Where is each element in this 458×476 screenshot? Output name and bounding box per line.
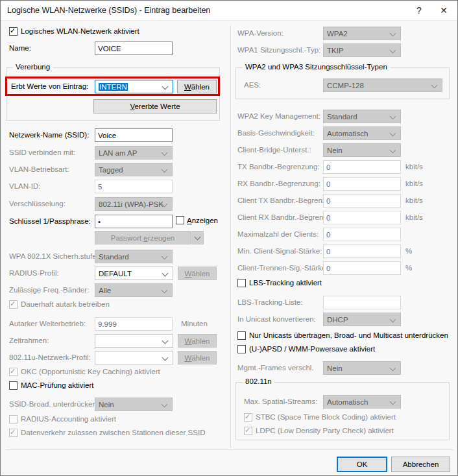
chevron-down-icon [195, 233, 201, 240]
generate-password-button: Passwort erzeugen [95, 231, 191, 244]
chevron-down-icon [162, 401, 168, 408]
ssid-broadcast-label: SSID-Broad. unterdrücken: [9, 400, 99, 408]
chevron-down-icon [390, 316, 396, 323]
lbs-tracking-checkbox[interactable] [237, 279, 246, 287]
chevron-down-icon [162, 355, 169, 361]
chevron-down-icon [431, 82, 438, 89]
chevron-down-icon [390, 399, 396, 405]
client-bridge-label: Client-Bridge-Unterst.: [237, 146, 311, 154]
client-tx-limit-label: Client TX Bandbr.-Begrenz. [237, 196, 328, 204]
chevron-down-icon [390, 47, 396, 54]
tx-limit-unit: kbit/s [405, 163, 423, 171]
min-signal-unit: % [405, 247, 412, 255]
lbs-list-input [323, 296, 401, 309]
stbc-label: STBC (Space Time Block Coding) aktiviert [256, 413, 396, 421]
inherit-from-combobox[interactable]: INTERN [95, 80, 173, 93]
chevron-down-icon [390, 130, 396, 137]
ldpc-label: LDPC (Low Density Party Check) aktiviert [256, 427, 394, 434]
stbc-checkbox [244, 413, 252, 422]
passphrase-label: Schlüssel 1/Passphrase: [9, 217, 91, 225]
chevron-down-icon [390, 30, 396, 37]
name-label: Name: [9, 44, 31, 52]
show-passphrase-checkbox[interactable] [176, 216, 184, 224]
name-input[interactable] [95, 42, 173, 55]
autark-time-input [95, 317, 173, 331]
traffic-between-stations-checkbox [9, 429, 18, 437]
wpa2-key-mgmt-select: Standard [323, 110, 401, 123]
aes-select: CCMP-128 [323, 78, 442, 92]
lbs-tracking-label: LBS-Tracking aktiviert [249, 279, 322, 287]
help-icon: ? [416, 5, 422, 16]
chevron-down-icon [162, 254, 168, 260]
spatial-streams-label: Max. Spatial-Streams: [244, 398, 317, 405]
wpa-8021x-select: Standard [95, 250, 173, 263]
wpa23-keys-group-title: WPA2 und WPA3 Sitzungsschlüssel-Typen [243, 63, 390, 71]
traffic-between-stations-label: Datenverkehr zulassen zwischen Stationen… [21, 429, 205, 436]
cancel-button[interactable]: Abbrechen [391, 457, 450, 472]
wpa1-session-key-label: WPA1 Sitzungsschl.-Typ: [237, 46, 320, 54]
radius-accounting-checkbox [9, 415, 18, 423]
chevron-down-icon [162, 287, 168, 294]
wpa2-key-mgmt-label: WPA2 Key Management: [237, 112, 320, 120]
wpa-version-select: WPA2 [323, 27, 401, 40]
autark-time-label: Autarker Weiterbetrieb: [9, 320, 86, 327]
ssid-name-input[interactable] [95, 128, 173, 142]
dialog-title: Logische WLAN-Netzwerke (SSIDs) - Eintra… [7, 6, 210, 15]
mgmt-frames-select: Nein [323, 361, 401, 375]
inherited-values-button[interactable]: Vererbte Werte [93, 99, 217, 113]
u-profile-combobox [95, 351, 173, 364]
min-signal-label: Min. Client-Signal-Stärke: [237, 247, 322, 255]
timeframe-label: Zeitrahmen: [9, 337, 49, 344]
inherit-from-label: Erbt Werte von Eintrag: [11, 82, 88, 90]
passphrase-input[interactable] [95, 215, 173, 228]
chevron-down-icon [162, 84, 169, 90]
mac-check-checkbox[interactable] [9, 381, 18, 390]
mac-check-label: MAC-Prüfung aktiviert [21, 381, 93, 389]
generate-password-dropdown-button [191, 231, 204, 244]
max-clients-input [323, 228, 401, 241]
chevron-down-icon [162, 150, 168, 156]
lbs-list-label: LBS-Tracking-Liste: [237, 298, 303, 306]
inheritance-group-title: Vererbung [13, 63, 53, 71]
vlan-id-input [95, 180, 173, 193]
column-divider [230, 25, 231, 448]
radius-accounting-label: RADIUS-Accounting aktiviert [21, 415, 116, 423]
autark-label: Dauerhaft autark betreiben [21, 300, 110, 308]
wlan-enabled-label: Logisches WLAN-Netzwerk aktiviert [21, 27, 139, 35]
wpa-8021x-label: WPA 802.1X Sicherh.stufe: [9, 252, 99, 260]
apsd-label: (U-)APSD / WMM-Powersave aktiviert [249, 345, 375, 353]
unicast-only-label: Nur Unicasts übertragen, Broad- und Mult… [249, 331, 448, 339]
radius-profile-combobox[interactable]: DEFAULT [95, 267, 173, 280]
ok-button[interactable]: OK [337, 457, 387, 472]
timeframe-choose-button: Wählen [178, 334, 217, 348]
inherit-from-value: INTERN [99, 83, 128, 91]
help-button[interactable]: ? [408, 1, 430, 19]
okc-label: OKC (Opportunistic Key Caching) aktivier… [21, 368, 160, 375]
basis-speed-label: Basis-Geschwindigkeit: [237, 129, 315, 137]
apsd-checkbox[interactable] [237, 345, 246, 353]
title-bar: Logische WLAN-Netzwerke (SSIDs) - Eintra… [1, 1, 457, 21]
encryption-select: 802.11i (WPA)-PSK [95, 197, 173, 211]
wlan-enabled-checkbox[interactable] [9, 27, 18, 36]
inherit-choose-button[interactable]: Wählen [177, 80, 217, 93]
radius-choose-button: Wählen [178, 267, 217, 280]
chevron-down-icon [390, 147, 396, 154]
close-button[interactable]: ✕ [433, 1, 455, 19]
chevron-down-icon [390, 365, 396, 372]
max-clients-label: Maximalzahl der Clients: [237, 230, 319, 238]
client-tx-limit-input [323, 194, 401, 208]
rx-limit-input [323, 177, 401, 191]
unicast-only-checkbox[interactable] [237, 331, 246, 340]
ldpc-checkbox [244, 427, 252, 435]
show-passphrase-label: Anzeigen [187, 217, 218, 224]
tx-limit-label: TX Bandbr.-Begrenzung: [237, 163, 320, 171]
vlan-mode-label: VLAN-Betriebsart: [9, 165, 69, 173]
vlan-mode-select: Tagged [95, 163, 173, 176]
freq-bands-label: Zulässige Freq.-Bänder: [9, 286, 89, 294]
okc-checkbox [9, 368, 18, 376]
spatial-streams-select: Automatisch [323, 395, 401, 409]
basis-speed-select: Automatisch [323, 126, 401, 140]
disconnect-signal-unit: % [405, 264, 412, 272]
chevron-down-icon [162, 270, 169, 277]
chevron-down-icon [162, 167, 168, 173]
